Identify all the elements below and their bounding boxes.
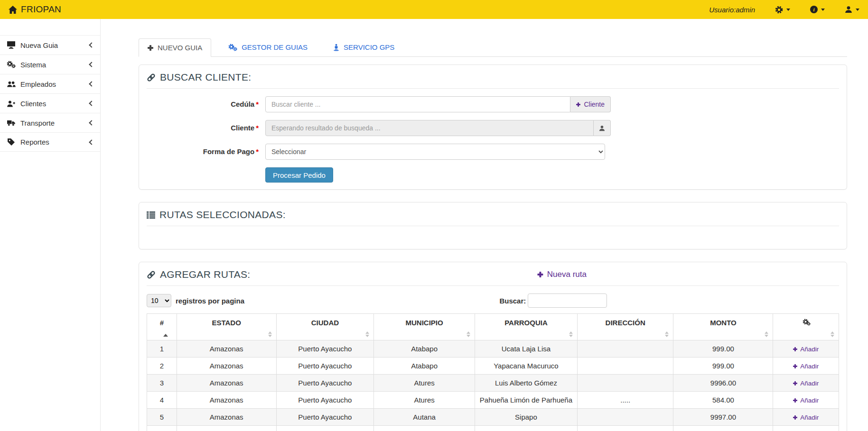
header-num[interactable]: # [147, 314, 177, 340]
header-monto[interactable]: MONTO [673, 314, 773, 340]
truck-icon [7, 119, 16, 126]
cell-estado: Amazonas [177, 375, 276, 392]
cell-ciudad: Puerto Ayacucho [276, 375, 374, 392]
tag-icon [7, 138, 16, 146]
sidebar-item-sistema[interactable]: Sistema [0, 55, 100, 74]
cliente-input-group [265, 120, 611, 136]
plus-icon [148, 45, 153, 51]
main-content: NUEVO GUIA GESTOR DE GUIAS SERVICIO GPS … [101, 19, 868, 431]
cell-parroquia: Luis Alberto Gómez [475, 375, 578, 392]
plus-icon [793, 347, 797, 351]
table-row: 1 Amazonas Puerto Ayacucho Atabapo Ucata… [147, 340, 839, 358]
user-icon [845, 6, 852, 13]
cedula-input[interactable] [265, 96, 570, 112]
sort-icon [569, 331, 573, 337]
sidebar-item-nueva-guia[interactable]: Nueva Guia [0, 35, 100, 55]
header-municipio[interactable]: MUNICIPIO [374, 314, 475, 340]
plus-icon [793, 398, 797, 403]
cell-num: 3 [147, 375, 177, 392]
tab-nuevo-guia[interactable]: NUEVO GUIA [139, 38, 211, 57]
settings-menu[interactable] [775, 6, 790, 14]
page-size-select[interactable]: 10 [147, 294, 171, 307]
info-menu[interactable]: i [810, 6, 825, 13]
cell-direccion [577, 340, 673, 358]
brand[interactable]: FRIOPAN [9, 4, 61, 15]
required-asterisk: * [256, 100, 259, 108]
cell-num: 5 [147, 409, 177, 426]
gears-icon [7, 61, 16, 68]
tab-gestor-de-guias[interactable]: GESTOR DE GUIAS [220, 38, 316, 56]
add-cliente-button[interactable]: Cliente [570, 96, 611, 112]
cell-municipio: Santa Ana [374, 426, 475, 431]
brand-label: FRIOPAN [21, 4, 61, 15]
tab-servicio-gps[interactable]: SERVICIO GPS [325, 38, 403, 56]
header-direccion[interactable]: DIRECCIÓN [577, 314, 673, 340]
sidebar-item-empleados[interactable]: Empleados [0, 74, 100, 93]
header-parroquia[interactable]: PARROQUIA [475, 314, 578, 340]
anadir-button[interactable]: Añadir [793, 346, 819, 353]
cell-ciudad: Puerto Ayacucho [276, 409, 374, 426]
link-icon [147, 73, 156, 82]
cliente-row: Cliente* [147, 120, 839, 136]
anadir-button[interactable]: Añadir [793, 414, 819, 421]
chevron-left-icon [89, 101, 94, 106]
table-search-input[interactable] [528, 293, 607, 308]
cell-direccion [577, 375, 673, 392]
cell-ciudad: Puerto Ayacucho [276, 392, 374, 409]
sidebar-item-clientes[interactable]: Clientes [0, 93, 100, 113]
sort-icon [665, 331, 669, 337]
anadir-button[interactable]: Añadir [793, 380, 819, 387]
cell-monto: 999.00 [673, 358, 773, 375]
header-estado[interactable]: ESTADO [177, 314, 276, 340]
anadir-button[interactable]: Añadir [793, 363, 819, 370]
cell-parroquia: Ucata Laja Lisa [475, 340, 578, 358]
chevron-left-icon [89, 139, 94, 145]
tab-bar: NUEVO GUIA GESTOR DE GUIAS SERVICIO GPS [139, 38, 847, 57]
cell-estado: Amazonas [177, 340, 276, 358]
sidebar-item-reportes[interactable]: Reportes [0, 132, 100, 152]
chevron-left-icon [89, 42, 94, 47]
divider [147, 285, 839, 286]
agregar-rutas-title: AGREGAR RUTAS: [147, 269, 251, 280]
anadir-button[interactable]: Añadir [793, 397, 819, 404]
cell-ciudad: Puerto Ayacucho [276, 340, 374, 358]
cell-monto: 999.00 [673, 426, 773, 431]
sidebar-item-transporte[interactable]: Transporte [0, 113, 100, 132]
cell-estado: Amazonas [177, 358, 276, 375]
desktop-icon [7, 41, 16, 49]
rutas-table: # ESTADO CIUDAD MUNICIPIO PARROQUIA DIRE… [147, 313, 839, 431]
required-asterisk: * [256, 124, 259, 132]
forma-pago-label: Forma de Pago* [147, 144, 265, 160]
agregar-rutas-panel: AGREGAR RUTAS: Nueva ruta 10 registros p… [139, 262, 847, 431]
table-row: 4 Amazonas Puerto Ayacucho Atures Pahueñ… [147, 392, 839, 409]
cell-municipio: Atabapo [374, 358, 475, 375]
header-actions[interactable] [773, 314, 839, 340]
chevron-down-icon [856, 9, 859, 11]
cell-direccion [577, 358, 673, 375]
sidebar: Nueva Guia Sistema Empleados Clientes Tr… [0, 19, 101, 431]
nueva-ruta-link[interactable]: Nueva ruta [538, 270, 587, 279]
navbar-right: Usuario:admin i [709, 6, 859, 14]
cell-estado: Amazonas [177, 409, 276, 426]
sort-icon [268, 331, 272, 337]
cedula-input-group: Cliente [265, 96, 611, 112]
header-ciudad[interactable]: CIUDAD [276, 314, 374, 340]
cliente-input [265, 120, 594, 136]
forma-pago-select[interactable]: Seleccionar [265, 144, 605, 160]
required-asterisk: * [256, 147, 259, 156]
table-header-row: # ESTADO CIUDAD MUNICIPIO PARROQUIA DIRE… [147, 314, 839, 340]
procesar-pedido-button[interactable]: Procesar Pedido [265, 167, 333, 183]
sidebar-item-label: Sistema [20, 61, 46, 69]
table-search-control: Buscar: [499, 293, 607, 308]
rutas-seleccionadas-empty [147, 234, 839, 242]
buscar-cliente-panel: BUSCAR CLIENTE: Cedúla* Cliente Cliente* [139, 64, 847, 190]
home-icon [9, 6, 17, 14]
cell-num: 4 [147, 392, 177, 409]
user-icon [599, 125, 605, 131]
sort-icon [765, 331, 768, 337]
rutas-seleccionadas-panel: RUTAS SELECCIONADAS: [139, 202, 847, 249]
cell-monto: 999.00 [673, 340, 773, 358]
cell-ciudad: Puerto La Cruz [276, 426, 374, 431]
user-menu[interactable] [845, 6, 859, 13]
cell-parroquia: Pahueña Limón de Parhueña [475, 392, 578, 409]
